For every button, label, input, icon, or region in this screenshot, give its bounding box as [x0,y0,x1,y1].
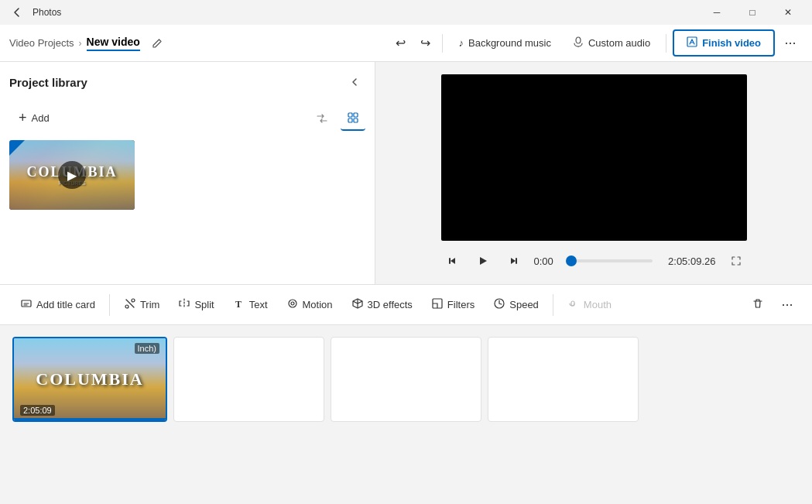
svg-rect-8 [516,258,517,264]
collapse-panel-button[interactable] [344,71,365,93]
add-title-card-label: Add title card [36,299,95,310]
app-name: Photos [33,7,61,18]
add-icon: + [19,110,27,126]
undo-button[interactable]: ↩ [389,33,411,54]
delete-icon [752,297,764,312]
speed-label: Speed [509,299,539,310]
timeline-clip-0[interactable]: COLUMBIA 2:05:09 Inch) [12,337,167,422]
add-media-button[interactable]: + Add [9,105,59,131]
mute-button[interactable]: Mouth [560,293,619,317]
fullscreen-button[interactable] [725,250,747,272]
svg-point-0 [576,37,581,43]
custom-audio-button[interactable]: Custom audio [564,32,660,54]
custom-audio-label: Custom audio [588,37,650,49]
total-time: 2:05:09.26 [662,255,716,267]
tool-sep-2 [553,294,553,316]
add-title-card-button[interactable]: Add title card [12,293,103,317]
motion-button[interactable]: Motion [279,293,341,317]
delete-button[interactable] [744,293,772,317]
play-overlay[interactable]: ▶ [58,161,86,189]
play-button[interactable] [472,250,494,272]
text-label: Text [249,299,268,310]
svg-rect-4 [354,113,358,117]
split-icon [178,297,190,312]
progress-bar[interactable] [571,259,653,262]
video-preview [441,74,747,241]
svg-line-12 [126,300,134,307]
svg-point-14 [132,299,135,302]
background-music-label: Background music [468,37,551,49]
custom-audio-icon [573,36,584,50]
speed-button[interactable]: Speed [485,293,546,317]
skip-forward-button[interactable] [503,250,525,272]
finish-video-icon [687,36,697,50]
timeline-placeholder-1 [173,337,324,422]
minimize-button[interactable]: ─ [699,0,735,25]
bottom-section: Add title card Trim [0,284,812,504]
trim-button[interactable]: Trim [116,293,168,317]
redo-button[interactable]: ↪ [414,33,436,54]
svg-point-18 [291,302,294,305]
add-label: Add [32,112,50,124]
svg-point-17 [289,300,296,307]
3d-effects-label: 3D effects [368,299,413,310]
3d-effects-icon [351,297,364,312]
motion-icon [286,297,299,312]
split-label: Split [194,299,214,310]
trim-label: Trim [140,299,160,310]
current-time: 0:00 [534,255,562,267]
background-music-icon: ♪ [458,37,464,49]
clip-label: Inch) [135,343,159,354]
main-toolbar: Video Projects › New video ↩ ↪ ♪ Backgro… [0,25,812,62]
toolbar-separator-1 [442,34,443,53]
grid-view-button[interactable] [341,106,365,131]
svg-point-13 [125,305,128,308]
back-button[interactable] [6,2,28,23]
edit-toolbar: Add title card Trim [0,284,812,324]
video-preview-panel: 0:00 2:05:09.26 [375,62,812,284]
tool-sep-1 [109,294,110,316]
breadcrumb-video-projects[interactable]: Video Projects [9,37,74,49]
speed-icon [493,297,505,312]
video-controls: 0:00 2:05:09.26 [441,250,747,272]
panel-header: Project library [9,71,365,93]
svg-rect-7 [449,258,451,264]
svg-text:T: T [235,299,242,310]
finish-video-button[interactable]: Finish video [673,29,775,57]
text-button[interactable]: T Text [225,293,276,317]
progress-thumb[interactable] [566,255,577,266]
tools-more-button[interactable]: ··· [775,293,800,317]
finish-video-label: Finish video [702,37,761,49]
maximize-button[interactable]: □ [735,0,770,25]
breadcrumb-separator: › [79,38,82,49]
more-button[interactable]: ··· [778,31,803,56]
timeline-placeholder-3 [488,337,639,422]
breadcrumb-current[interactable]: New video [87,36,140,51]
svg-rect-3 [348,113,352,117]
filters-label: Filters [447,299,475,310]
add-title-card-icon [20,297,33,312]
skip-back-button[interactable] [441,250,463,272]
project-library-panel: Project library + Add [0,62,375,284]
shuffle-view-button[interactable] [310,106,334,131]
toolbar-separator-2 [666,34,666,53]
edit-title-button[interactable] [146,33,168,54]
background-music-button[interactable]: ♪ Background music [449,33,560,53]
svg-rect-5 [348,118,352,122]
mute-label: Mouth [584,299,612,310]
timeline: COLUMBIA 2:05:09 Inch) [0,324,812,433]
toolbar-actions: ↩ ↪ ♪ Background music Custom audio [389,29,803,57]
filters-icon [431,297,444,312]
filters-button[interactable]: Filters [423,293,482,317]
media-thumbnail-0[interactable]: COLUMBIA PICTURES ▶ [9,140,135,210]
close-button[interactable]: ✕ [770,0,806,25]
svg-rect-6 [354,118,358,122]
blue-corner-indicator [9,140,25,156]
window-controls: ─ □ ✕ [699,0,806,25]
panel-tools: + Add [9,105,365,131]
mute-icon [567,297,580,312]
split-button[interactable]: Split [170,293,221,317]
title-bar: Photos ─ □ ✕ [0,0,812,25]
3d-effects-button[interactable]: 3D effects [344,293,420,317]
timeline-placeholder-2 [331,337,481,422]
